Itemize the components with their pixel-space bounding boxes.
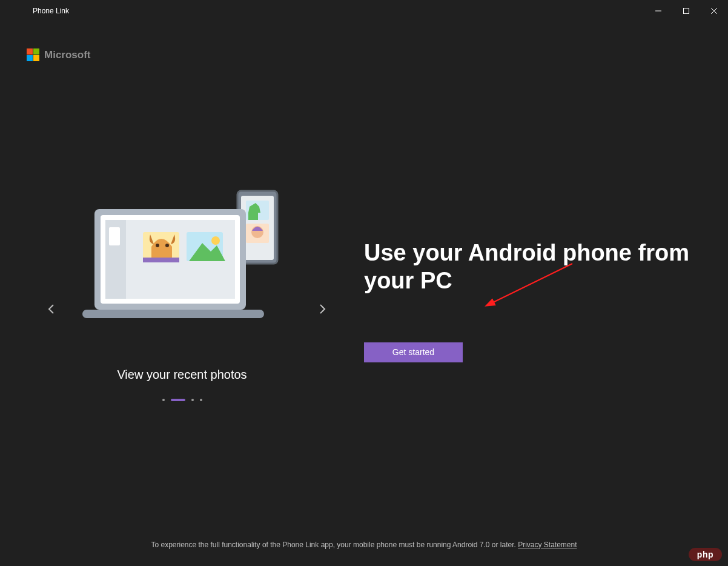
svg-point-20 — [211, 236, 220, 245]
page-title: Use your Android phone from your PC — [364, 239, 691, 295]
carousel-pane: View your recent photos — [0, 201, 364, 401]
svg-point-16 — [156, 244, 159, 247]
chevron-left-icon — [46, 304, 57, 315]
carousel-next-button[interactable] — [317, 304, 328, 315]
carousel-dot[interactable] — [191, 399, 194, 401]
content-area: View your recent photos Use your Android… — [0, 61, 728, 541]
carousel-dot-active[interactable] — [171, 399, 185, 401]
minimize-button[interactable] — [644, 0, 672, 22]
close-icon — [711, 8, 717, 14]
brand-logo: Microsoft — [0, 22, 728, 61]
svg-point-17 — [165, 244, 169, 247]
chevron-right-icon — [317, 304, 328, 315]
get-started-button[interactable]: Get started — [364, 342, 463, 362]
cta-pane: Use your Android phone from your PC Get … — [364, 239, 728, 362]
svg-rect-21 — [82, 310, 264, 318]
maximize-button[interactable] — [672, 0, 700, 22]
carousel-indicators — [162, 399, 202, 401]
window-title: Phone Link — [33, 7, 69, 15]
footer-text: To experience the full functionality of … — [151, 541, 518, 549]
privacy-link[interactable]: Privacy Statement — [518, 541, 577, 549]
titlebar: Phone Link — [0, 0, 728, 22]
maximize-icon — [683, 8, 689, 14]
onboarding-illustration — [82, 182, 282, 328]
watermark-text: php — [689, 548, 722, 561]
close-button[interactable] — [700, 0, 728, 22]
svg-rect-18 — [143, 258, 179, 262]
carousel-dot[interactable] — [200, 399, 202, 401]
watermark: php — [689, 548, 722, 561]
svg-rect-14 — [109, 227, 120, 245]
carousel-prev-button[interactable] — [46, 304, 57, 315]
carousel-dot[interactable] — [162, 399, 165, 401]
carousel-caption: View your recent photos — [117, 368, 247, 382]
microsoft-logo-icon — [27, 48, 39, 61]
footer: To experience the full functionality of … — [0, 541, 728, 566]
minimize-icon — [655, 8, 661, 14]
brand-name: Microsoft — [44, 49, 91, 61]
window-controls — [644, 0, 728, 22]
svg-rect-7 — [248, 213, 258, 220]
svg-rect-1 — [684, 8, 689, 14]
